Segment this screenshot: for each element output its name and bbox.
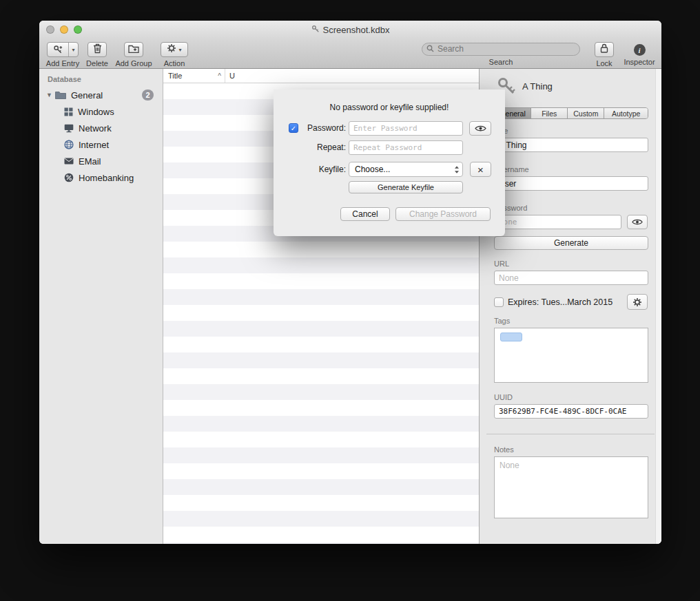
add-group-label: Add Group (115, 59, 152, 67)
eye-icon (632, 218, 643, 226)
generate-keyfile-label: Generate Keyfile (378, 183, 434, 191)
sidebar-item-label: Network (79, 123, 112, 134)
search-item: Search (420, 42, 582, 66)
password-field[interactable] (494, 215, 621, 229)
dialog-message: No password or keyfile supplied! (274, 103, 505, 112)
info-icon: i (638, 46, 640, 54)
lock-button[interactable] (595, 42, 614, 57)
username-field[interactable] (494, 176, 648, 191)
add-group-button[interactable] (124, 42, 143, 57)
dialog-password-input[interactable] (349, 121, 463, 136)
add-entry-button[interactable]: ▾ (47, 42, 79, 57)
lock-icon (600, 43, 608, 56)
generate-label: Generate (554, 238, 588, 248)
sidebar-group-label: General (71, 90, 103, 101)
reveal-password-button[interactable] (627, 215, 648, 229)
sidebar-item-label: Windows (78, 107, 114, 117)
url-field-label: URL (494, 260, 509, 268)
sidebar-section-database: Database (48, 75, 163, 83)
minimize-button[interactable] (60, 25, 68, 34)
notes-field[interactable] (494, 456, 648, 518)
sidebar-item-homebanking[interactable]: Homebanking (39, 169, 163, 186)
tab-autotype[interactable]: Autotype (604, 108, 648, 118)
inspector-divider (486, 434, 655, 434)
inspector-label: Inspector (624, 58, 655, 66)
delete-label: Delete (86, 59, 108, 67)
zoom-button[interactable] (74, 25, 82, 34)
search-icon (426, 45, 434, 52)
dialog-repeat-label: Repeat: (274, 140, 346, 155)
toolbar: ▾ Add Entry Delete Add Group (39, 39, 661, 69)
close-button[interactable] (46, 25, 54, 34)
dialog-keyfile-label: Keyfile: (274, 162, 346, 177)
key-plus-icon (48, 43, 68, 56)
expires-label: Expires: Tues...March 2015 (508, 297, 612, 307)
inspector-tabs: General Files Custom Autotype (494, 107, 648, 119)
expires-settings-button[interactable] (627, 294, 648, 310)
dialog-password-label: Password: (274, 121, 346, 136)
change-password-button[interactable]: Change Password (395, 207, 491, 221)
uuid-field[interactable] (494, 404, 648, 419)
window-title-group: Screenshot.kdbx (311, 25, 390, 35)
column-header-username[interactable]: U (225, 69, 235, 83)
dialog-repeat-input[interactable] (349, 140, 463, 155)
monitor-icon (64, 124, 74, 133)
sidebar-item-network[interactable]: Network (39, 120, 163, 136)
lock-item: Lock (590, 42, 618, 67)
uuid-label: UUID (494, 393, 513, 401)
lock-label: Lock (596, 59, 612, 67)
sidebar: Database ▼ General 2 Windows Network (39, 69, 163, 544)
inspector-item: i Inspector (619, 42, 659, 66)
sidebar-item-email[interactable]: EMail (39, 153, 163, 169)
document-proxy-key-icon (311, 25, 320, 35)
tab-files[interactable]: Files (531, 108, 568, 118)
chevron-down-icon: ▾ (178, 47, 181, 53)
folder-plus-icon (128, 43, 139, 56)
search-input[interactable] (422, 43, 580, 56)
clear-keyfile-button[interactable]: × (470, 162, 491, 177)
grid-icon (64, 107, 73, 116)
tags-box[interactable] (494, 328, 648, 383)
keyfile-popup-value: Choose... (355, 165, 390, 174)
sidebar-item-label: EMail (79, 156, 101, 167)
sidebar-item-internet[interactable]: Internet (39, 136, 163, 153)
add-entry-label: Add Entry (46, 59, 79, 67)
change-password-dialog: No password or keyfile supplied! ✓ Passw… (274, 89, 505, 236)
add-group-item: Add Group (112, 42, 155, 67)
action-button[interactable]: ▾ (161, 42, 188, 57)
globe-icon (64, 140, 74, 149)
tags-label: Tags (494, 317, 510, 325)
delete-button[interactable] (88, 42, 107, 57)
expires-checkbox[interactable] (494, 297, 504, 307)
app-window: Screenshot.kdbx ▾ Add Entry Delete (39, 21, 661, 544)
notes-label: Notes (494, 445, 514, 454)
disclosure-triangle-icon[interactable]: ▼ (46, 92, 55, 98)
cancel-button[interactable]: Cancel (340, 207, 390, 221)
url-field[interactable] (494, 271, 648, 285)
inspector-entry-title: A Thing (522, 81, 553, 92)
change-password-label: Change Password (409, 209, 477, 219)
envelope-icon (64, 158, 74, 165)
title-field[interactable] (494, 138, 648, 152)
inspector-panel: A Thing General Files Custom Autotype Ti… (479, 69, 661, 544)
generate-password-button[interactable]: Generate (494, 236, 648, 250)
tab-custom[interactable]: Custom (568, 108, 604, 118)
inspector-scrollbar[interactable] (655, 69, 661, 544)
generate-keyfile-button[interactable]: Generate Keyfile (349, 181, 463, 193)
sidebar-item-windows[interactable]: Windows (39, 103, 163, 120)
add-entry-dropdown[interactable]: ▾ (68, 43, 78, 56)
keyfile-popup-button[interactable]: Choose... (349, 162, 463, 177)
traffic-lights (46, 25, 82, 34)
trash-icon (93, 43, 102, 56)
dialog-reveal-password-button[interactable] (469, 121, 491, 136)
column-username-text: U (229, 72, 235, 80)
tag-chip[interactable] (500, 333, 522, 341)
eye-icon (475, 125, 486, 132)
column-header-title[interactable]: Title ^ (163, 69, 225, 83)
window-title: Screenshot.kdbx (323, 25, 390, 35)
close-x-icon: × (477, 164, 484, 176)
inspector-toggle-button[interactable]: i (634, 44, 646, 56)
entry-count-badge: 2 (142, 89, 154, 101)
sidebar-group-general[interactable]: ▼ General 2 (39, 87, 163, 103)
chevron-down-icon: ▾ (72, 47, 74, 53)
